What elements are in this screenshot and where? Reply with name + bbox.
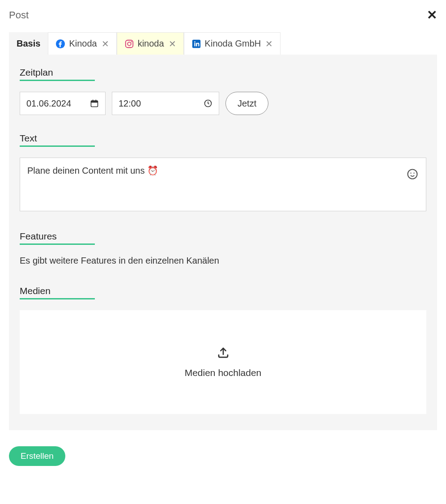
features-note: Es gibt weitere Features in den einzelne…: [20, 256, 426, 266]
media-upload-label: Medien hochladen: [185, 367, 262, 378]
panel-basis: Zeitplan 01.06.2024 12:00 Jetzt Text Pla…: [9, 55, 437, 430]
dialog-header: Post ✕: [9, 9, 437, 21]
linkedin-icon: [191, 39, 201, 49]
svg-rect-1: [125, 40, 133, 47]
instagram-icon: [124, 39, 134, 49]
dialog-footer: Erstellen: [9, 446, 437, 466]
tab-channel-instagram-label: kinoda: [138, 38, 164, 49]
tab-basis-label: Basis: [17, 38, 40, 49]
tab-channel-linkedin[interactable]: Kinoda GmbH ✕: [184, 32, 281, 55]
schedule-row: 01.06.2024 12:00 Jetzt: [20, 92, 426, 115]
now-button[interactable]: Jetzt: [225, 92, 268, 115]
section-underline: [20, 80, 95, 81]
tab-channel-facebook-remove[interactable]: ✕: [102, 39, 109, 48]
tab-channel-linkedin-remove[interactable]: ✕: [265, 39, 273, 48]
date-value: 01.06.2024: [26, 98, 71, 109]
dialog-title: Post: [9, 9, 29, 21]
tab-channel-facebook-label: Kinoda: [69, 38, 97, 49]
media-upload-dropzone[interactable]: Medien hochladen: [20, 310, 426, 414]
emoji-picker-button[interactable]: [406, 168, 419, 180]
section-underline: [20, 298, 95, 299]
svg-point-10: [408, 170, 417, 179]
close-button[interactable]: ✕: [427, 9, 437, 21]
section-underline: [20, 145, 95, 147]
date-input[interactable]: 01.06.2024: [20, 92, 106, 115]
svg-point-3: [131, 41, 132, 42]
facebook-icon: [55, 39, 65, 49]
post-text-input[interactable]: Plane deinen Content mit uns ⏰: [20, 158, 426, 211]
section-label-schedule: Zeitplan: [20, 67, 426, 78]
tabs-bar: Basis Kinoda ✕ kinoda ✕ Kinoda GmbH ✕: [9, 32, 437, 55]
svg-point-2: [127, 42, 131, 46]
time-input[interactable]: 12:00: [112, 92, 219, 115]
tab-channel-facebook[interactable]: Kinoda ✕: [48, 32, 116, 55]
svg-point-11: [410, 173, 411, 174]
section-label-text: Text: [20, 133, 426, 144]
close-icon: ✕: [427, 8, 437, 22]
section-label-media: Medien: [20, 286, 426, 296]
tab-basis[interactable]: Basis: [9, 32, 48, 55]
section-underline: [20, 243, 95, 245]
post-text-value: Plane deinen Content mit uns ⏰: [27, 166, 158, 175]
create-button[interactable]: Erstellen: [9, 446, 65, 466]
clock-icon: [204, 99, 212, 108]
time-value: 12:00: [119, 98, 141, 109]
upload-icon: [217, 346, 230, 359]
section-label-features: Features: [20, 231, 426, 242]
svg-rect-6: [91, 101, 98, 103]
tab-channel-instagram-remove[interactable]: ✕: [169, 39, 176, 48]
tab-channel-linkedin-label: Kinoda GmbH: [205, 38, 261, 49]
svg-point-12: [413, 173, 414, 174]
tab-channel-instagram[interactable]: kinoda ✕: [117, 32, 184, 55]
calendar-icon: [90, 99, 99, 108]
